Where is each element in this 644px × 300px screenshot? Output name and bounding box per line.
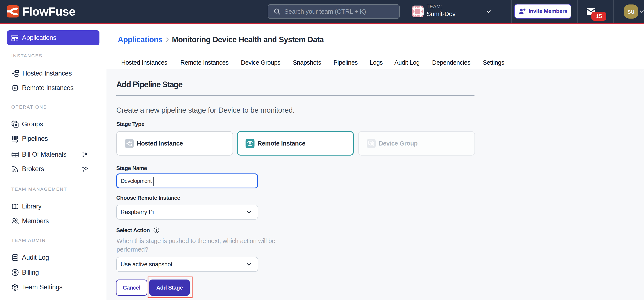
stage-type-label: Stage Type [116,121,144,127]
select-action-help-line1: When this stage is pushed to the next, w… [116,237,275,244]
brokers-icon [11,165,19,173]
tab-audit-log[interactable]: Audit Log [394,59,420,66]
sidebar-item-label: Groups [22,120,43,128]
remote-instance-icon [247,140,253,146]
nav-divider [407,0,408,23]
breadcrumb-current-page: Monitoring Device Health and System Data [172,35,324,44]
nav-divider [613,0,614,23]
action-select[interactable]: Use active snapshot [116,257,258,272]
remote-instances-icon [11,84,19,92]
sidebar-item-label: Remote Instances [22,84,74,92]
stage-type-option-remote-instance[interactable]: Remote Instance [237,131,354,156]
sidebar-item-brokers[interactable]: Brokers [11,163,101,175]
stage-type-option-device-group: Device Group [358,131,475,156]
select-action-help-line2: performed? [116,246,148,253]
sidebar-item-label: Billing [22,269,39,276]
tab-pipelines[interactable]: Pipelines [334,59,358,66]
tab-remote-instances[interactable]: Remote Instances [180,59,228,66]
user-menu-chevron-down-icon[interactable] [639,9,644,16]
cancel-button-label: Cancel [123,284,140,291]
invite-members-button[interactable]: Invite Members [514,4,572,19]
form-heading: Add Pipeline Stage [116,80,182,89]
select-action-label: Select Action [116,227,150,234]
remote-instance-badge [246,139,254,148]
sidebar-item-applications[interactable]: Applications [7,30,100,45]
tab-dependencies[interactable]: Dependencies [432,59,470,66]
sidebar-item-pipelines[interactable]: Pipelines [11,133,101,145]
sidebar-item-label: Hosted Instances [22,70,72,77]
groups-icon [11,120,19,128]
invite-members-label: Invite Members [528,8,568,15]
search-placeholder: Search your team (CTRL + K) [284,8,366,15]
flowfuse-logo-icon[interactable] [7,5,19,18]
remote-instance-select[interactable]: Raspberry Pi [116,205,258,220]
tab-device-groups[interactable]: Device Groups [241,59,280,66]
sidebar-item-label: Members [22,217,49,225]
library-icon [11,203,19,210]
sidebar-item-label: Library [22,203,41,210]
remote-instance-select-value: Raspberry Pi [120,209,154,216]
chevron-down-icon [245,208,253,216]
billing-icon [11,269,19,276]
sidebar-item-library[interactable]: Library [11,200,101,212]
stage-name-input[interactable] [116,174,258,188]
action-select-value: Use active snapshot [120,261,172,268]
text-cursor [153,177,154,186]
info-icon[interactable] [153,227,160,234]
sidebar-item-label: Team Settings [22,283,62,291]
tab-settings[interactable]: Settings [483,59,504,66]
sidebar-item-bill-of-materials[interactable]: Bill Of Materials [11,148,101,161]
annotation-highlight-box [148,276,192,298]
form-description: Create a new pipeline stage for Device t… [116,106,294,114]
select-action-label-row: Select Action [116,227,160,234]
tab-hosted-instances[interactable]: Hosted Instances [121,59,167,66]
sidebar: Applications INSTANCES Hosted Instances … [0,24,106,300]
sidebar-item-members[interactable]: Members [11,215,101,227]
sidebar-item-remote-instances[interactable]: Remote Instances [11,82,101,94]
team-chevron-down-icon[interactable] [485,9,492,16]
choose-remote-instance-label: Choose Remote Instance [116,195,180,201]
device-group-icon [368,140,374,146]
sidebar-section-team-admin: TEAM ADMIN [11,238,46,243]
user-avatar-initials: su [628,8,635,15]
sparkles-icon [82,151,88,159]
bill-of-materials-icon [11,151,19,158]
breadcrumb-applications-link[interactable]: Applications [118,35,162,44]
chevron-down-icon [245,261,253,268]
page: FlowFuse Search your team (CTRL + K) [0,0,644,300]
flowfuse-logo-text[interactable]: FlowFuse [22,4,76,19]
stage-name-label: Stage Name [116,165,147,172]
stage-type-option-label: Device Group [379,140,418,147]
stage-type-option-label: Remote Instance [258,140,306,147]
chevron-right-icon [164,37,170,43]
cancel-button[interactable]: Cancel [116,279,147,296]
sidebar-item-label: Bill Of Materials [22,151,66,158]
audit-log-icon [11,254,19,261]
breadcrumb: Applications Monitoring Device Health an… [118,34,324,45]
members-icon [11,217,19,225]
tab-snapshots[interactable]: Snapshots [293,59,321,66]
sidebar-section-operations: OPERATIONS [11,104,47,110]
team-label: TEAM: [426,4,442,10]
sidebar-item-label: Audit Log [22,254,49,261]
stage-type-option-hosted-instance[interactable]: Hosted Instance [116,131,233,156]
user-plus-icon [518,8,526,15]
sidebar-item-label: Brokers [22,165,44,173]
sidebar-item-label: Applications [22,34,56,42]
hosted-instance-badge [125,139,134,148]
sidebar-item-team-settings[interactable]: Team Settings [11,281,101,293]
team-avatar[interactable] [412,6,424,17]
team-search-input[interactable]: Search your team (CTRL + K) [268,4,400,19]
sidebar-item-groups[interactable]: Groups [11,118,101,130]
tab-logs[interactable]: Logs [370,59,383,66]
sidebar-item-label: Pipelines [22,135,48,142]
device-group-badge [367,139,376,148]
sidebar-item-hosted-instances[interactable]: Hosted Instances [11,67,101,79]
nav-divider [577,0,578,23]
form-heading-divider [116,95,474,96]
user-avatar[interactable]: su [624,5,638,19]
sidebar-item-audit-log[interactable]: Audit Log [11,252,101,263]
hosted-instances-icon [11,70,20,77]
sparkles-icon [82,166,88,173]
sidebar-item-billing[interactable]: Billing [11,266,101,278]
